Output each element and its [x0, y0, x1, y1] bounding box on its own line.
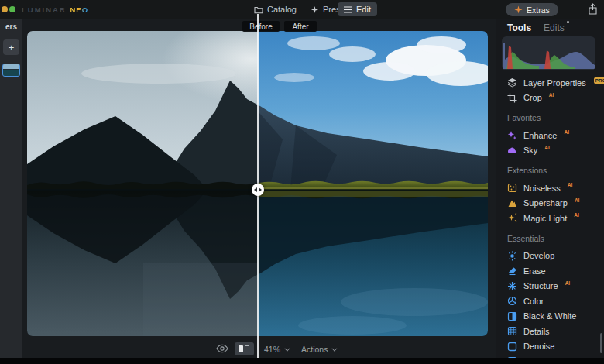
section-header-essentials: Essentials — [507, 234, 602, 244]
denoise-icon — [507, 342, 517, 352]
sidebar-tabs: Tools Edits — [507, 22, 565, 33]
tab-edits-label: Edits — [544, 22, 565, 33]
tool-list: Layer PropertiesPROCropAIFavoritesEnhanc… — [507, 75, 602, 364]
zoom-level-value: 41% — [264, 345, 280, 354]
tab-edit[interactable]: Edit — [338, 2, 377, 16]
folder-icon — [254, 5, 263, 14]
tool-item-structure[interactable]: StructureAI — [507, 279, 602, 294]
zoom-level-dropdown[interactable]: 41% — [264, 345, 288, 354]
magiclight-icon — [507, 213, 517, 223]
tool-item-label: Color — [523, 297, 544, 306]
tool-item-develop[interactable]: Develop — [507, 249, 602, 264]
crop-icon — [507, 93, 517, 103]
tool-item-enhance[interactable]: EnhanceAI — [507, 128, 602, 143]
tool-item-crop[interactable]: CropAI — [507, 91, 602, 106]
ai-superscript: AI — [549, 92, 554, 98]
presets-wand-icon — [311, 5, 319, 14]
layer-thumbnail-selected[interactable] — [2, 64, 20, 77]
layers-panel-title-partial: ers — [5, 22, 17, 31]
slider-left-arrow-icon — [254, 187, 257, 192]
tool-item-label: Denoise — [523, 342, 554, 351]
pro-badge: PRO — [594, 77, 604, 84]
app-logo: LUMINAR NEO — [22, 5, 88, 14]
tool-item-supersharp[interactable]: SupersharpAI — [507, 196, 602, 211]
ai-superscript: AI — [575, 197, 580, 203]
preview-eye-icon[interactable] — [216, 344, 228, 353]
split-slider-handle[interactable] — [252, 184, 264, 196]
tab-catalog[interactable]: Catalog — [248, 2, 303, 16]
structure-icon — [507, 281, 517, 291]
tool-item-magic-light[interactable]: Magic LightAI — [507, 211, 602, 226]
tool-item-denoise[interactable]: Denoise — [507, 339, 602, 355]
edit-canvas-area: Before After — [22, 19, 496, 358]
details-icon — [507, 326, 517, 336]
tool-item-black-white[interactable]: Black & White — [507, 309, 602, 325]
add-layer-button[interactable]: + — [3, 39, 19, 55]
tool-item-label: Develop — [523, 251, 554, 260]
ai-superscript: AI — [568, 182, 573, 187]
tool-item-label: Erase — [523, 266, 546, 276]
extras-label: Extras — [527, 5, 550, 15]
tool-item-erase[interactable]: Erase — [507, 263, 602, 279]
viewer-toolbar: 41% Actions — [22, 341, 496, 358]
ai-superscript: AI — [544, 145, 550, 150]
sky-icon — [507, 146, 517, 156]
before-label: Before — [249, 22, 272, 31]
section-header-favorites: Favorites — [507, 113, 602, 123]
tool-item-label: Supersharp — [523, 198, 568, 208]
tool-item-label: Crop — [523, 93, 542, 102]
layers-panel-partial: ers + — [0, 19, 22, 358]
chevron-down-icon — [332, 345, 338, 351]
section-header-extensions: Extensions — [507, 166, 602, 176]
develop-icon — [507, 251, 517, 261]
share-icon[interactable] — [588, 3, 598, 15]
compare-icon-right-pane — [245, 345, 249, 352]
tool-item-noiseless[interactable]: NoiselessAI — [507, 180, 602, 196]
extras-button[interactable]: Extras — [506, 3, 558, 16]
actions-dropdown[interactable]: Actions — [301, 345, 335, 354]
app-logo-name: LUMINAR — [22, 5, 67, 14]
erase-icon — [507, 266, 517, 276]
tool-item-label: Details — [523, 327, 550, 336]
supersharp-icon — [507, 198, 517, 208]
compare-icon-left-pane — [239, 345, 243, 352]
noiseless-icon — [507, 183, 517, 193]
edit-menu-icon — [344, 6, 352, 13]
app-logo-accent: NEO — [70, 5, 88, 14]
compare-view-toggle[interactable] — [235, 342, 254, 355]
tool-item-label: Noiseless — [523, 184, 561, 193]
tool-item-label: Sky — [523, 146, 537, 155]
tab-edits[interactable]: Edits — [544, 22, 565, 33]
tool-item-details[interactable]: Details — [507, 324, 602, 339]
bw-icon — [507, 311, 517, 321]
window-minimize-dot[interactable] — [2, 6, 8, 12]
tool-item-color[interactable]: Color — [507, 294, 602, 309]
tab-catalog-label: Catalog — [267, 5, 297, 14]
window-zoom-dot[interactable] — [9, 6, 15, 12]
after-label: After — [292, 22, 308, 31]
tool-item-sky[interactable]: SkyAI — [507, 143, 602, 159]
actions-label: Actions — [301, 345, 328, 354]
before-label-chip: Before — [242, 21, 280, 32]
bottom-letterbox-strip — [0, 358, 604, 364]
sidebar-scrollbar[interactable] — [600, 333, 602, 353]
tool-item-label: Layer Properties — [523, 78, 586, 88]
layers-icon — [507, 77, 517, 88]
tools-sidebar: Tools Edits Layer PropertiesPROCropAIFav… — [496, 19, 604, 358]
luminar-neo-window: LUMINAR NEO Catalog Presets Edit Extras — [0, 0, 604, 364]
after-label-chip: After — [284, 21, 317, 32]
enhance-icon — [507, 130, 517, 140]
tool-item-label: Black & White — [523, 311, 576, 321]
ai-superscript: AI — [574, 212, 579, 218]
ai-superscript: AI — [564, 129, 569, 135]
color-icon — [507, 296, 517, 306]
tool-item-layer-properties[interactable]: Layer PropertiesPRO — [507, 75, 602, 91]
chevron-down-icon — [284, 345, 290, 351]
slider-right-arrow-icon — [259, 187, 262, 192]
ai-superscript: AI — [565, 280, 571, 286]
tool-item-label: Enhance — [523, 131, 557, 140]
top-bar: LUMINAR NEO Catalog Presets Edit Extras — [0, 0, 604, 19]
extras-sparkle-icon — [514, 5, 523, 14]
tab-tools[interactable]: Tools — [507, 22, 531, 33]
histogram-panel[interactable] — [502, 36, 595, 70]
